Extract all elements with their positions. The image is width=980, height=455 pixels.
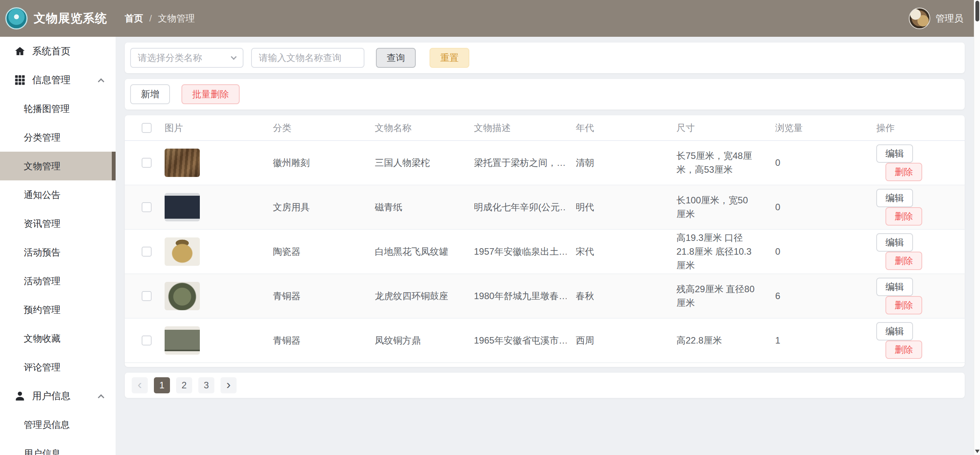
sidebar: 系统首页 信息管理 轮播图管理 分类管理 文物管理 通知公告 资讯管理 活动预告… — [0, 37, 116, 455]
row-checkbox[interactable] — [142, 247, 152, 257]
column-header-size: 尺寸 — [667, 115, 766, 141]
toolbar: 新增 批量删除 — [125, 79, 965, 110]
add-button[interactable]: 新增 — [130, 84, 170, 104]
delete-button[interactable]: 删除 — [885, 207, 922, 226]
cell-era: 明代 — [567, 185, 667, 229]
grid-icon — [14, 74, 26, 86]
user-menu[interactable]: 管理员 — [909, 8, 963, 29]
pagination-page-3[interactable]: 3 — [198, 377, 214, 393]
sidebar-item-reservation-mgmt[interactable]: 预约管理 — [0, 295, 116, 324]
sidebar-item-label: 活动预告 — [24, 246, 60, 259]
cell-description: 梁托置于梁枋之间，… — [465, 141, 567, 185]
cell-era: 清朝 — [567, 141, 667, 185]
sidebar-item-news-mgmt[interactable]: 资讯管理 — [0, 209, 116, 238]
sidebar-item-banner-mgmt[interactable]: 轮播图管理 — [0, 94, 116, 123]
sidebar-item-label: 文物管理 — [24, 160, 60, 172]
cell-description: 明成化七年辛卯(公元… — [465, 185, 567, 229]
delete-button[interactable]: 删除 — [885, 296, 922, 314]
sidebar-item-label: 活动管理 — [24, 275, 60, 287]
select-all-checkbox[interactable] — [142, 123, 152, 133]
cell-category: 青铜器 — [264, 274, 366, 318]
ceramic-jar-thumbnail — [165, 237, 200, 266]
edit-button[interactable]: 编辑 — [876, 322, 913, 340]
column-header-views: 浏览量 — [766, 115, 867, 141]
sidebar-item-notice-mgmt[interactable]: 通知公告 — [0, 180, 116, 209]
table-row: 徽州雕刻 三国人物梁柁 梁托置于梁枋之间，… 清朝 长75厘米，宽48厘米，高5… — [125, 141, 965, 185]
relic-table: 图片 分类 文物名称 文物描述 年代 尺寸 浏览量 操作 徽州雕刻 三国人物梁柁… — [125, 115, 965, 363]
wood-carving-thumbnail — [165, 149, 200, 177]
sidebar-item-home[interactable]: 系统首页 — [0, 37, 116, 65]
sidebar-item-label: 评论管理 — [24, 361, 60, 373]
query-button[interactable]: 查询 — [376, 48, 416, 68]
cell-name: 磁青纸 — [366, 185, 465, 229]
cell-views: 1 — [766, 318, 867, 363]
cell-era: 宋代 — [567, 229, 667, 274]
pagination-page-1[interactable]: 1 — [154, 377, 170, 393]
row-checkbox[interactable] — [142, 336, 152, 345]
breadcrumb: 首页 / 文物管理 — [125, 12, 195, 25]
sidebar-item-label: 管理员信息 — [24, 419, 70, 431]
pagination-next-icon[interactable]: › — [220, 377, 237, 393]
relic-name-input[interactable] — [251, 48, 364, 68]
edit-button[interactable]: 编辑 — [876, 144, 913, 163]
row-checkbox[interactable] — [142, 158, 152, 168]
category-select-placeholder: 请选择分类名称 — [138, 52, 202, 64]
edit-button[interactable]: 编辑 — [876, 189, 913, 207]
sidebar-item-label: 分类管理 — [24, 131, 60, 144]
row-checkbox[interactable] — [142, 202, 152, 212]
column-header-category: 分类 — [264, 115, 366, 141]
cell-name: 三国人物梁柁 — [366, 141, 465, 185]
delete-button[interactable]: 删除 — [885, 163, 922, 181]
chevron-down-icon — [231, 54, 237, 60]
breadcrumb-separator: / — [149, 13, 152, 24]
cell-views: 6 — [766, 274, 867, 318]
chevron-up-icon — [98, 394, 105, 401]
edit-button[interactable]: 编辑 — [876, 233, 913, 252]
cell-category: 青铜器 — [264, 318, 366, 363]
cell-name: 白地黑花飞凤纹罐 — [366, 229, 465, 274]
sidebar-item-activity-preview[interactable]: 活动预告 — [0, 238, 116, 267]
sidebar-group-label: 用户信息 — [32, 390, 70, 402]
category-select[interactable]: 请选择分类名称 — [130, 48, 243, 68]
sidebar-group-label: 信息管理 — [32, 74, 70, 86]
cell-description: 1965年安徽省屯溪市… — [465, 318, 567, 363]
column-header-image: 图片 — [155, 115, 264, 141]
reset-button[interactable]: 重置 — [430, 48, 469, 68]
chevron-up-icon — [98, 78, 105, 85]
breadcrumb-home-link[interactable]: 首页 — [125, 12, 143, 25]
delete-button[interactable]: 删除 — [885, 252, 922, 270]
cell-name: 凤纹铜方鼎 — [366, 318, 465, 363]
delete-button[interactable]: 删除 — [885, 340, 922, 359]
sidebar-item-label: 预约管理 — [24, 304, 60, 316]
sidebar-item-admin-info[interactable]: 管理员信息 — [0, 410, 116, 439]
sidebar-item-comment-mgmt[interactable]: 评论管理 — [0, 353, 116, 381]
sidebar-group-users[interactable]: 用户信息 — [0, 381, 116, 410]
sidebar-item-relic-mgmt[interactable]: 文物管理 — [0, 152, 116, 180]
sidebar-item-activity-mgmt[interactable]: 活动管理 — [0, 267, 116, 295]
row-checkbox[interactable] — [142, 291, 152, 301]
sidebar-item-relic-collection[interactable]: 文物收藏 — [0, 324, 116, 353]
cell-era: 西周 — [567, 318, 667, 363]
cell-views: 0 — [766, 185, 867, 229]
cell-size: 高22.8厘米 — [667, 318, 766, 363]
scrollbar-thumb[interactable] — [975, 1, 979, 21]
home-icon — [14, 45, 26, 57]
user-role-label: 管理员 — [936, 12, 963, 25]
sidebar-item-label: 用户信息 — [24, 447, 60, 455]
cell-size: 长75厘米，宽48厘米，高53厘米 — [667, 141, 766, 185]
filter-bar: 请选择分类名称 查询 重置 — [125, 43, 965, 73]
cell-description: 1980年舒城九里墩春… — [465, 274, 567, 318]
sidebar-item-category-mgmt[interactable]: 分类管理 — [0, 123, 116, 152]
column-header-era: 年代 — [567, 115, 667, 141]
scroll-down-arrow-icon[interactable] — [975, 450, 980, 453]
cell-name: 龙虎纹四环铜鼓座 — [366, 274, 465, 318]
sidebar-item-user-info[interactable]: 用户信息 — [0, 439, 116, 455]
batch-delete-button[interactable]: 批量删除 — [181, 84, 240, 104]
sidebar-group-info[interactable]: 信息管理 — [0, 65, 116, 94]
pagination-prev-icon[interactable]: ‹ — [132, 377, 148, 393]
pagination-page-2[interactable]: 2 — [176, 377, 192, 393]
edit-button[interactable]: 编辑 — [876, 278, 913, 296]
dark-paper-thumbnail — [165, 193, 200, 221]
sidebar-item-label: 轮播图管理 — [24, 103, 70, 115]
column-header-actions: 操作 — [867, 115, 965, 141]
